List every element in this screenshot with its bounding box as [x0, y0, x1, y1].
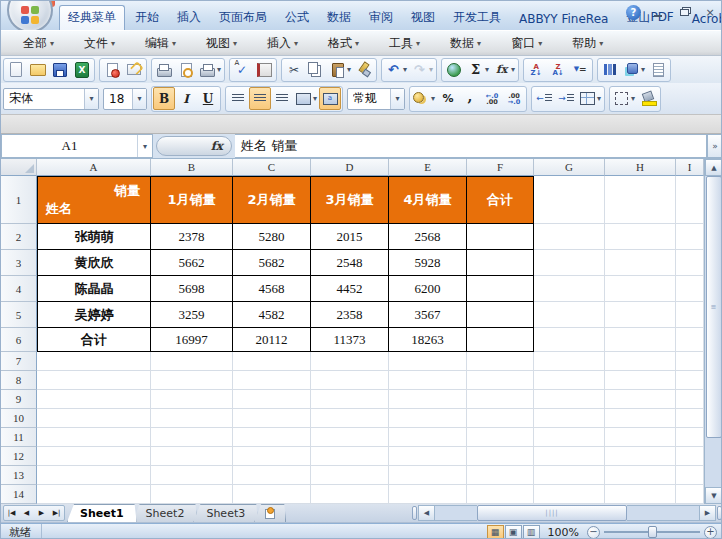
cell-C12[interactable] — [233, 447, 311, 466]
undo-button[interactable]: ↶▾ — [383, 59, 409, 80]
column-header-E[interactable]: E — [389, 159, 467, 176]
chevron-down-icon[interactable]: ▾ — [631, 94, 635, 103]
cell-D14[interactable] — [311, 485, 389, 504]
cell-B6[interactable]: 16997 — [151, 328, 233, 352]
cell-I6[interactable] — [676, 328, 704, 352]
cell-B11[interactable] — [151, 428, 233, 447]
cell-H5[interactable] — [605, 302, 676, 328]
cell-B2[interactable]: 2378 — [151, 224, 233, 250]
cell-G2[interactable] — [534, 224, 605, 250]
chevron-down-icon[interactable]: ▾ — [429, 65, 433, 74]
cell-G14[interactable] — [534, 485, 605, 504]
cell-C2[interactable]: 5280 — [233, 224, 311, 250]
cell-D11[interactable] — [311, 428, 389, 447]
align-left-button[interactable] — [227, 87, 249, 110]
chevron-down-icon[interactable]: ▾ — [485, 65, 489, 74]
window-split-handle[interactable] — [717, 506, 722, 520]
cell-G6[interactable] — [534, 328, 605, 352]
row-header-8[interactable]: 8 — [1, 371, 37, 390]
cell-F8[interactable] — [467, 371, 534, 390]
cell-E2[interactable]: 2568 — [389, 224, 467, 250]
cell-E13[interactable] — [389, 466, 467, 485]
cell-D8[interactable] — [311, 371, 389, 390]
cell-I12[interactable] — [676, 447, 704, 466]
cell-A8[interactable] — [37, 371, 151, 390]
cell-A3[interactable]: 黄欣欣 — [37, 250, 151, 276]
chevron-down-icon[interactable]: ▾ — [132, 89, 146, 109]
cell-H6[interactable] — [605, 328, 676, 352]
cell-E7[interactable] — [389, 352, 467, 371]
cell-E6[interactable]: 18263 — [389, 328, 467, 352]
cell-C9[interactable] — [233, 390, 311, 409]
bold-button[interactable]: B — [153, 87, 175, 110]
row-header-14[interactable]: 14 — [1, 485, 37, 504]
cell-I5[interactable] — [676, 302, 704, 328]
menu-全部[interactable]: 全部▾ — [11, 33, 66, 54]
row-header-12[interactable]: 12 — [1, 447, 37, 466]
restore-button[interactable] — [675, 6, 693, 20]
horizontal-scroll-track-right[interactable] — [627, 505, 699, 521]
cell-F9[interactable] — [467, 390, 534, 409]
cell-C8[interactable] — [233, 371, 311, 390]
chevron-down-icon[interactable]: ▾ — [217, 65, 221, 74]
cell-I8[interactable] — [676, 371, 704, 390]
scroll-up-button[interactable]: ▲ — [705, 159, 722, 176]
menu-插入[interactable]: 插入▾ — [255, 33, 310, 54]
cell-B7[interactable] — [151, 352, 233, 371]
print-button[interactable] — [153, 59, 175, 80]
sort-descending-button[interactable] — [547, 59, 569, 80]
cell-C6[interactable]: 20112 — [233, 328, 311, 352]
cell-A4[interactable]: 陈晶晶 — [37, 276, 151, 302]
cell-F7[interactable] — [467, 352, 534, 371]
menu-工具[interactable]: 工具▾ — [377, 33, 432, 54]
drawing-shapes-button[interactable]: ▾ — [621, 59, 647, 80]
cell-G1[interactable] — [534, 176, 605, 224]
cell-D10[interactable] — [311, 409, 389, 428]
column-header-B[interactable]: B — [151, 159, 233, 176]
excel-workbook-button[interactable] — [71, 59, 93, 80]
cell-B3[interactable]: 5662 — [151, 250, 233, 276]
horizontal-scrollbar[interactable]: ◀ |||| ▶ — [411, 504, 722, 522]
horizontal-scroll-thumb[interactable]: |||| — [477, 505, 627, 521]
cell-B5[interactable]: 3259 — [151, 302, 233, 328]
minimize-button[interactable] — [649, 6, 667, 20]
horizontal-scroll-track-left[interactable] — [435, 505, 477, 521]
cell-A11[interactable] — [37, 428, 151, 447]
italic-button[interactable]: I — [175, 87, 197, 110]
chevron-down-icon[interactable]: ▾ — [403, 65, 407, 74]
row-header-6[interactable]: 6 — [1, 328, 37, 352]
format-painter-button[interactable] — [353, 59, 375, 80]
cell-D1[interactable]: 3月销量 — [311, 176, 389, 224]
chevron-down-icon[interactable]: ▾ — [431, 94, 435, 103]
cell-F6[interactable] — [467, 328, 534, 352]
cell-I7[interactable] — [676, 352, 704, 371]
chevron-down-icon[interactable]: ▾ — [313, 94, 317, 103]
cell-B8[interactable] — [151, 371, 233, 390]
cell-F12[interactable] — [467, 447, 534, 466]
cell-C5[interactable]: 4582 — [233, 302, 311, 328]
increase-indent-button[interactable] — [555, 87, 577, 110]
cell-E4[interactable]: 6200 — [389, 276, 467, 302]
chevron-down-icon[interactable]: ▾ — [390, 89, 404, 109]
open-button[interactable] — [27, 59, 49, 80]
cell-G3[interactable] — [534, 250, 605, 276]
cell-E10[interactable] — [389, 409, 467, 428]
reading-layout-button[interactable] — [647, 59, 669, 80]
cell-E3[interactable]: 5928 — [389, 250, 467, 276]
cell-A14[interactable] — [37, 485, 151, 504]
cell-G4[interactable] — [534, 276, 605, 302]
menu-帮助[interactable]: 帮助▾ — [560, 33, 615, 54]
cell-G8[interactable] — [534, 371, 605, 390]
cell-H12[interactable] — [605, 447, 676, 466]
cell-H1[interactable] — [605, 176, 676, 224]
menu-文件[interactable]: 文件▾ — [72, 33, 127, 54]
scroll-down-button[interactable]: ▼ — [705, 487, 722, 504]
ribbon-tab-开始[interactable]: 开始 — [127, 6, 167, 30]
cell-B14[interactable] — [151, 485, 233, 504]
cell-C13[interactable] — [233, 466, 311, 485]
sheet-tab-Sheet3[interactable]: Sheet3 — [193, 504, 258, 522]
first-sheet-button[interactable]: |◀ — [4, 506, 19, 520]
cell-H13[interactable] — [605, 466, 676, 485]
cell-C10[interactable] — [233, 409, 311, 428]
comma-style-button[interactable]: , — [459, 87, 481, 110]
